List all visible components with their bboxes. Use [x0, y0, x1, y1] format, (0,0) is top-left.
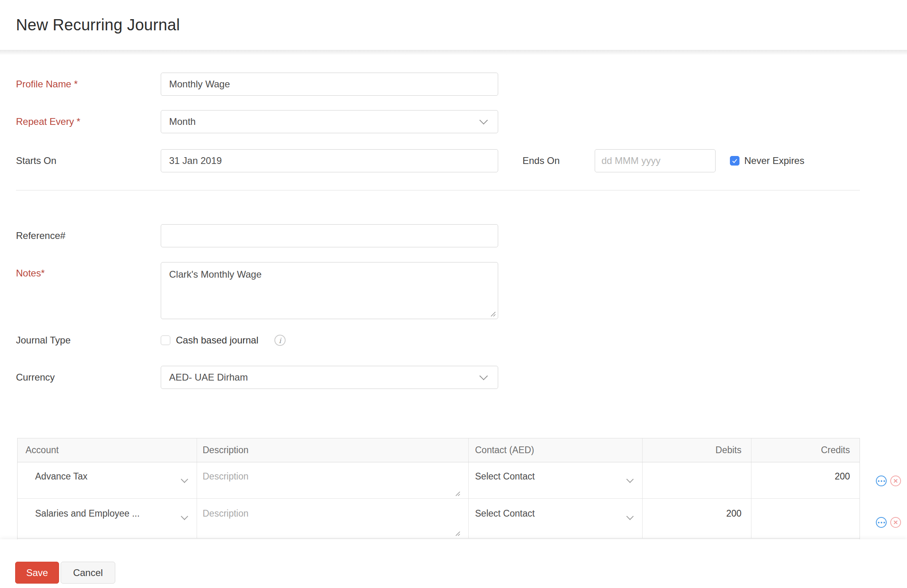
debits-input[interactable]	[643, 462, 751, 498]
resize-grip-icon[interactable]	[489, 310, 496, 317]
chevron-down-icon	[479, 372, 488, 380]
chevron-down-icon	[626, 476, 633, 483]
x-icon: ✕	[893, 519, 898, 526]
table-header-row: Account Description Contact (AED) Debits…	[18, 438, 860, 462]
ellipsis-icon	[878, 522, 879, 523]
account-select[interactable]: Salaries and Employee ...	[18, 499, 197, 538]
info-icon[interactable]: i	[274, 335, 286, 346]
reference-label: Reference#	[16, 224, 148, 247]
footer-bar	[0, 539, 907, 588]
repeat-every-label: Repeat Every *	[16, 110, 148, 133]
cash-based-journal-checkbox[interactable]	[161, 335, 170, 345]
repeat-every-select[interactable]: Month	[161, 110, 498, 133]
description-textarea[interactable]: Description	[197, 462, 469, 498]
chevron-down-icon	[181, 513, 188, 520]
column-header-contact: Contact (AED)	[469, 438, 643, 462]
account-value: Advance Tax	[35, 471, 87, 482]
profile-name-label: Profile Name *	[16, 73, 148, 96]
notes-value: Clark's Monthly Wage	[169, 269, 262, 280]
description-placeholder: Description	[203, 471, 248, 482]
credits-value: 200	[835, 471, 850, 482]
starts-on-label: Starts On	[16, 149, 148, 172]
remove-row-button[interactable]: ✕	[890, 517, 901, 528]
contact-select[interactable]: Select Contact	[469, 462, 643, 498]
credits-input[interactable]: 200	[751, 462, 860, 498]
cash-based-journal-label: Cash based journal	[176, 333, 272, 347]
debits-input[interactable]: 200	[643, 499, 751, 538]
repeat-every-value: Month	[169, 116, 196, 127]
currency-label: Currency	[16, 366, 148, 389]
ellipsis-icon	[878, 480, 879, 482]
row-menu-button[interactable]	[876, 517, 887, 528]
notes-textarea[interactable]: Clark's Monthly Wage	[161, 262, 498, 319]
ends-on-input[interactable]	[595, 149, 716, 172]
reference-input[interactable]	[161, 224, 498, 247]
chevron-down-icon	[181, 476, 188, 483]
remove-row-button[interactable]: ✕	[890, 476, 901, 486]
contact-value: Select Contact	[475, 471, 535, 482]
row-menu-button[interactable]	[876, 476, 887, 486]
contact-value: Select Contact	[475, 508, 535, 519]
description-placeholder: Description	[203, 508, 248, 519]
column-header-debits: Debits	[643, 438, 751, 462]
account-select[interactable]: Advance Tax	[18, 462, 197, 498]
column-header-account: Account	[18, 438, 197, 462]
journal-type-label: Journal Type	[16, 333, 148, 347]
cancel-button[interactable]: Cancel	[61, 562, 115, 584]
never-expires-label: Never Expires	[744, 149, 872, 172]
ends-on-label: Ends On	[523, 149, 586, 172]
account-value: Salaries and Employee ...	[35, 508, 140, 519]
header-divider	[0, 50, 907, 55]
starts-on-input[interactable]	[161, 149, 498, 172]
resize-grip-icon[interactable]	[454, 490, 460, 496]
column-header-credits: Credits	[751, 438, 860, 462]
check-icon	[731, 157, 738, 164]
journal-lines-table: Account Description Contact (AED) Debits…	[17, 438, 860, 539]
debits-value: 200	[726, 508, 741, 519]
table-row: Salaries and Employee ... Description Se…	[18, 499, 860, 539]
credits-input[interactable]	[751, 499, 860, 538]
save-button[interactable]: Save	[15, 562, 59, 584]
description-textarea[interactable]: Description	[197, 499, 469, 538]
never-expires-checkbox[interactable]	[730, 156, 739, 166]
currency-value: AED- UAE Dirham	[169, 372, 248, 383]
notes-label: Notes*	[16, 266, 148, 280]
profile-name-input[interactable]	[161, 73, 498, 96]
column-header-description: Description	[197, 438, 469, 462]
resize-grip-icon[interactable]	[454, 530, 460, 536]
table-row: Advance Tax Description Select Contact 2…	[18, 462, 860, 499]
new-recurring-journal-page: New Recurring Journal Profile Name * Rep…	[0, 0, 907, 588]
page-title: New Recurring Journal	[16, 0, 180, 50]
chevron-down-icon	[479, 116, 488, 124]
chevron-down-icon	[626, 513, 633, 520]
contact-select[interactable]: Select Contact	[469, 499, 643, 538]
currency-select[interactable]: AED- UAE Dirham	[161, 366, 498, 389]
section-divider	[16, 190, 860, 191]
x-icon: ✕	[893, 478, 898, 485]
